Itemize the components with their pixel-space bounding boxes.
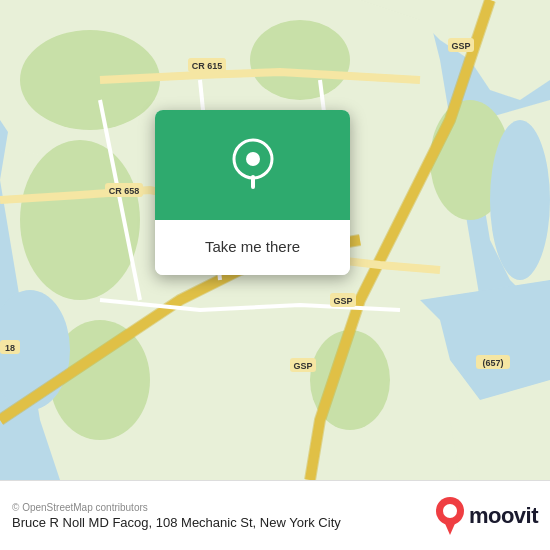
svg-point-8 <box>250 20 350 100</box>
map-container: CR 615 GSP CR 658 CR 615 GSP GSP (657) 1… <box>0 0 550 480</box>
moovit-pin-icon <box>435 497 465 535</box>
copyright-text: © OpenStreetMap contributors <box>12 502 341 513</box>
footer-info: © OpenStreetMap contributors Bruce R Nol… <box>12 502 341 530</box>
svg-text:GSP: GSP <box>293 361 312 371</box>
svg-text:GSP: GSP <box>333 296 352 306</box>
svg-text:(657): (657) <box>482 358 503 368</box>
address-text: Bruce R Noll MD Facog, 108 Mechanic St, … <box>12 515 341 530</box>
svg-text:CR 658: CR 658 <box>109 186 140 196</box>
svg-point-13 <box>490 120 550 280</box>
svg-point-32 <box>246 152 260 166</box>
location-pin-icon <box>231 137 275 193</box>
popup-header <box>155 110 350 220</box>
svg-point-35 <box>443 504 457 518</box>
svg-text:18: 18 <box>5 343 15 353</box>
take-me-there-button[interactable]: Take me there <box>171 230 334 263</box>
svg-text:CR 615: CR 615 <box>192 61 223 71</box>
svg-rect-33 <box>251 175 255 189</box>
moovit-logo: moovit <box>435 497 538 535</box>
svg-text:GSP: GSP <box>451 41 470 51</box>
svg-marker-36 <box>443 519 457 535</box>
popup-button-area: Take me there <box>155 220 350 275</box>
moovit-brand-text: moovit <box>469 503 538 529</box>
popup-card: Take me there <box>155 110 350 275</box>
footer-bar: © OpenStreetMap contributors Bruce R Nol… <box>0 480 550 550</box>
